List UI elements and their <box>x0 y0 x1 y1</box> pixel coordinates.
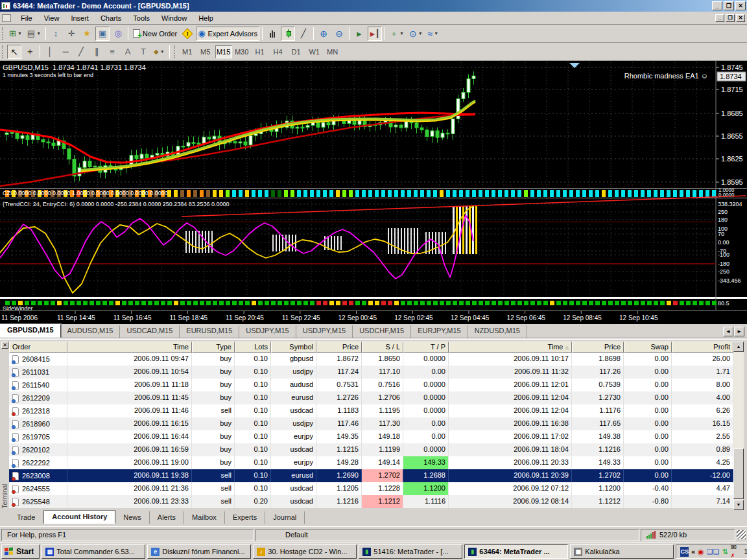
timeframe-button-h4[interactable]: H4 <box>270 45 287 58</box>
terminal-close-icon[interactable]: ✕ <box>1 342 8 349</box>
scroll-thumb[interactable] <box>733 449 744 499</box>
close-button[interactable]: ✕ <box>735 1 746 10</box>
terminal-button[interactable]: ▣ <box>95 27 110 41</box>
chart-tab-usdjpy-m15[interactable]: USDJPY,M15 <box>296 325 353 338</box>
table-row[interactable]: 26245552006.09.11 21:36sell0.10usdcad1.1… <box>9 482 733 495</box>
minimize-button[interactable]: _ <box>712 1 722 10</box>
timeframe-button-m30[interactable]: M30 <box>233 45 250 58</box>
terminal-tab-news[interactable]: News <box>115 511 150 524</box>
scroll-up-icon[interactable]: ▲ <box>733 342 744 352</box>
tab-scroll-right-icon[interactable]: ► <box>734 327 744 336</box>
column-header-type[interactable]: Type <box>192 342 235 353</box>
column-header-price[interactable]: Price <box>572 342 624 353</box>
crosshair-button[interactable]: ＋ <box>23 45 37 59</box>
zoom-in-button[interactable]: ⊕ <box>316 27 331 41</box>
column-header-swap[interactable]: Swap <box>624 342 672 353</box>
scroll-down-icon[interactable]: ▼ <box>733 500 744 510</box>
timeframe-button-h1[interactable]: H1 <box>252 45 268 58</box>
child-close-button[interactable]: ✕ <box>736 14 745 22</box>
table-row[interactable]: 26222922006.09.11 19:00buy0.10eurjpy149.… <box>9 456 733 469</box>
table-row[interactable]: 26189602006.09.11 16:15buy0.10usdjpy117.… <box>9 417 733 430</box>
table-row[interactable]: 26123182006.09.11 11:46sell0.10usdcad1.1… <box>9 404 733 417</box>
restore-button[interactable]: ❐ <box>724 1 734 10</box>
candlestick-chart-button[interactable] <box>281 27 295 41</box>
menu-item-file[interactable]: File <box>15 13 38 23</box>
status-profile[interactable]: Default <box>255 529 639 541</box>
text-button[interactable]: A <box>121 45 135 59</box>
language-indicator[interactable]: CS <box>680 547 689 557</box>
profiles-button[interactable]: ▤▼ <box>25 27 43 41</box>
chart-tab-usdchf-m15[interactable]: USDCHF,M15 <box>353 325 411 338</box>
terminal-tab-trade[interactable]: Trade <box>9 511 43 524</box>
fibonacci-button[interactable]: ≡ <box>105 45 119 59</box>
bar-chart-button[interactable] <box>265 27 279 41</box>
timeframe-button-m5[interactable]: M5 <box>197 45 214 58</box>
new-order-button[interactable]: New Order <box>131 27 179 41</box>
table-row[interactable]: 26230082006.09.11 19:38sell0.10eurusd1.2… <box>9 469 733 482</box>
cursor-button[interactable]: ↖ <box>7 45 21 59</box>
taskbar-item-metatrader[interactable]: ▮63464: MetaTrader ... <box>464 544 568 559</box>
terminal-tab-account-history[interactable]: Account History <box>43 510 115 524</box>
chart-tab-nzdusd-m15[interactable]: NZDUSD,M15 <box>468 325 527 338</box>
taskbar-item-winamp[interactable]: ♪30. Hostage CD2 - Win... <box>253 544 357 559</box>
terminal-tab-experts[interactable]: Experts <box>225 511 265 524</box>
menu-item-window[interactable]: Window <box>156 13 193 23</box>
table-row[interactable]: 26110312006.09.11 10:54buy0.10usdjpy117.… <box>9 366 733 379</box>
menu-item-view[interactable]: View <box>38 13 65 23</box>
child-restore-button[interactable]: ❐ <box>726 14 735 22</box>
table-row[interactable]: 26255482006.09.11 23:33sell0.20usdcad1.1… <box>9 495 733 508</box>
timeframe-button-w1[interactable]: W1 <box>306 45 323 58</box>
table-row[interactable]: 26122092006.09.11 11:45buy0.10eurusd1.27… <box>9 391 733 404</box>
table-scrollbar[interactable]: ▲ ▼ <box>733 342 744 510</box>
zoom-out-button[interactable]: ⊖ <box>332 27 346 41</box>
timeframe-button-m15[interactable]: M15 <box>215 45 232 58</box>
horizontal-line-button[interactable]: ─ <box>58 45 73 59</box>
trendline-button[interactable]: ╱ <box>74 45 88 59</box>
tab-scroll-left-icon[interactable]: ◄ <box>723 327 733 336</box>
taskbar-item-metatrader[interactable]: ▮51416: MetaTrader - [... <box>359 544 462 559</box>
column-header-symbol[interactable]: Symbol <box>271 342 316 353</box>
terminal-tab-journal[interactable]: Journal <box>265 511 305 524</box>
tray-mail-icon[interactable]: ✉✗ <box>731 543 739 560</box>
chart-tab-eurusd-m15[interactable]: EURUSD,M15 <box>180 325 239 338</box>
text-label-button[interactable]: T <box>136 45 150 59</box>
table-row[interactable]: 26115402006.09.11 11:18buy0.10audusd0.75… <box>9 379 733 391</box>
column-header-profit[interactable]: Profit <box>672 342 733 353</box>
auto-scroll-button[interactable]: ▸ <box>352 27 366 41</box>
chart-window-icon[interactable] <box>2 14 11 22</box>
column-header-tp[interactable]: T / P <box>403 342 449 353</box>
column-header-lots[interactable]: Lots <box>235 342 271 353</box>
column-header-time[interactable]: Time ▵ <box>449 342 572 353</box>
new-chart-button[interactable]: ⊞▼ <box>7 27 24 41</box>
navigator-button[interactable]: ★ <box>80 27 94 41</box>
chart-tab-gbpusd-m15[interactable]: GBPUSD,M15 <box>0 324 61 338</box>
tray-network-icon[interactable]: ❏❏ <box>707 548 720 555</box>
table-header-row[interactable]: OrderTimeTypeLotsSymbolPriceS / LT / PTi… <box>9 342 733 353</box>
indicators-button[interactable]: ＋▼ <box>388 27 406 41</box>
taskbar-item-calculator[interactable]: ▦Kalkulačka <box>570 544 674 559</box>
timeframe-button-m1[interactable]: M1 <box>179 45 196 58</box>
column-header-sl[interactable]: S / L <box>362 342 403 353</box>
chart-canvas[interactable]: 1.87451.87151.86851.86551.86251.85951.87… <box>0 61 747 324</box>
terminal-tab-alerts[interactable]: Alerts <box>150 511 184 524</box>
menu-item-tools[interactable]: Tools <box>127 13 156 23</box>
tray-na-icon[interactable]: ◉ <box>698 548 704 555</box>
taskbar-item-internet-explorer[interactable]: eDiskuzní fórum Financni... <box>147 544 251 559</box>
taskbar-item-total-commander[interactable]: ▤Total Commander 6.53... <box>42 544 145 559</box>
vertical-line-button[interactable]: │ <box>43 45 57 59</box>
chart-tab-eurjpy-m15[interactable]: EURJPY,M15 <box>411 325 468 338</box>
table-row[interactable]: 26197052006.09.11 16:44buy0.10eurjpy149.… <box>9 430 733 443</box>
metaeditor-warning-button[interactable]: ! <box>180 27 195 41</box>
chart-tab-audusd-m15[interactable]: AUDUSD,M15 <box>61 325 121 338</box>
chart-shift-button[interactable]: ▸┃ <box>368 27 382 41</box>
resize-grip[interactable] <box>737 530 746 539</box>
tray-collapse-icon[interactable]: « <box>691 548 695 555</box>
menu-item-charts[interactable]: Charts <box>95 13 127 23</box>
line-chart-button[interactable]: ╱ <box>296 27 311 41</box>
column-header-time[interactable]: Time <box>67 342 192 353</box>
child-minimize-button[interactable]: _ <box>715 14 724 22</box>
column-header-order[interactable]: Order <box>9 342 67 353</box>
expert-advisors-button[interactable]: ◉Expert Advisors <box>196 27 259 41</box>
chart-tab-usdjpy-m15[interactable]: USDJPY,M15 <box>239 325 296 338</box>
column-header-price[interactable]: Price <box>316 342 362 353</box>
